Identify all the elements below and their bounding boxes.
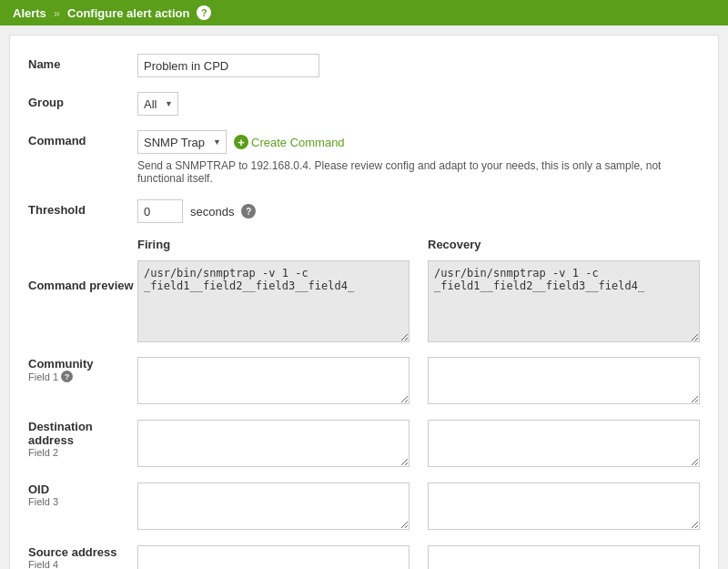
command-description: Send a SNMPTRAP to 192.168.0.4. Please r… [137,159,700,185]
oid-label-col: OID Field 3 [28,483,137,507]
community-sublabel: Field 1 ? [28,371,137,382]
threshold-input-row: seconds ? [137,199,700,223]
field-row-community: Community Field 1 ? [28,357,700,407]
destination-label: Destination address [28,420,137,447]
command-row: Command SNMP Trap + Create Command Send … [28,130,700,185]
threshold-row: Threshold seconds ? [28,199,700,223]
source-label-col: Source address Field 4 [28,545,137,569]
plus-icon: + [234,135,248,149]
main-content: Name Group All Command [9,35,719,569]
header-separator: » [54,6,60,20]
source-textareas [137,545,700,569]
name-input[interactable] [137,54,319,77]
command-preview-row: Command preview /usr/bin/snmptrap -v 1 -… [28,260,700,342]
header-title: Configure alert action [67,6,189,20]
header-help-icon[interactable]: ? [197,5,211,20]
seconds-label: seconds [190,205,234,218]
destination-recovery-textarea[interactable] [428,420,700,467]
command-label: Command [28,130,137,147]
name-label: Name [28,54,137,71]
threshold-control: seconds ? [137,199,700,223]
oid-recovery-col [428,483,700,533]
group-row: Group All [28,92,700,116]
field-row-source: Source address Field 4 [28,545,700,569]
recovery-header: Recovery [428,238,700,257]
recovery-preview-col: /usr/bin/snmptrap -v 1 -c _field1__field… [428,260,700,342]
name-row: Name [28,54,700,77]
create-command-label: Create Command [251,136,345,149]
community-firing-textarea[interactable] [137,357,410,404]
threshold-input[interactable] [137,199,183,223]
threshold-help-icon[interactable]: ? [241,204,256,218]
destination-sublabel: Field 2 [28,447,137,458]
community-recovery-col [428,357,700,407]
community-recovery-textarea[interactable] [428,357,700,404]
firing-preview-textarea[interactable]: /usr/bin/snmptrap -v 1 -c _field1__field… [137,260,410,342]
source-recovery-textarea[interactable] [428,545,700,569]
header-alerts: Alerts [13,6,46,20]
firing-preview-col: /usr/bin/snmptrap -v 1 -c _field1__field… [137,260,410,342]
group-label: Group [28,92,137,109]
command-select[interactable]: SNMP Trap [137,130,227,154]
fields-container: Community Field 1 ? [28,357,700,569]
firing-header: Firing [137,238,410,257]
headers-cols: Firing Recovery [137,238,700,257]
recovery-preview-textarea[interactable]: /usr/bin/snmptrap -v 1 -c _field1__field… [428,260,700,342]
source-firing-textarea[interactable] [137,545,410,569]
recovery-label: Recovery [428,238,700,251]
community-firing-col [137,357,410,407]
oid-label: OID [28,483,137,496]
group-select-wrapper: All [137,92,178,116]
command-select-row: SNMP Trap + Create Command [137,130,700,154]
page-wrapper: Alerts » Configure alert action ? Name G… [0,0,728,569]
column-headers-row: Firing Recovery [28,238,700,257]
group-control: All [137,92,700,116]
destination-label-col: Destination address Field 2 [28,420,137,458]
source-firing-col [137,545,410,569]
field-row-destination: Destination address Field 2 [28,420,700,470]
destination-firing-textarea[interactable] [137,420,410,467]
firing-label: Firing [137,238,410,251]
community-label-col: Community Field 1 ? [28,357,137,382]
name-control [137,54,700,77]
destination-recovery-col [428,420,700,470]
group-select[interactable]: All [137,92,178,116]
community-textareas [137,357,700,407]
source-label: Source address [28,545,137,559]
oid-firing-textarea[interactable] [137,483,410,530]
create-command-link[interactable]: + Create Command [234,135,345,149]
destination-firing-col [137,420,410,470]
oid-recovery-textarea[interactable] [428,483,700,530]
destination-textareas [137,420,700,470]
threshold-label: Threshold [28,199,137,217]
oid-sublabel: Field 3 [28,496,137,507]
command-select-wrapper: SNMP Trap [137,130,227,154]
community-label: Community [28,357,137,371]
preview-textareas: /usr/bin/snmptrap -v 1 -c _field1__field… [137,260,700,342]
field-row-oid: OID Field 3 [28,483,700,533]
oid-textareas [137,483,700,533]
source-sublabel: Field 4 [28,559,137,569]
command-control: SNMP Trap + Create Command Send a SNMPTR… [137,130,700,185]
community-help-icon[interactable]: ? [61,371,73,382]
command-preview-label: Command preview [28,260,137,292]
page-header: Alerts » Configure alert action ? [0,0,728,25]
oid-firing-col [137,483,410,533]
source-recovery-col [428,545,700,569]
